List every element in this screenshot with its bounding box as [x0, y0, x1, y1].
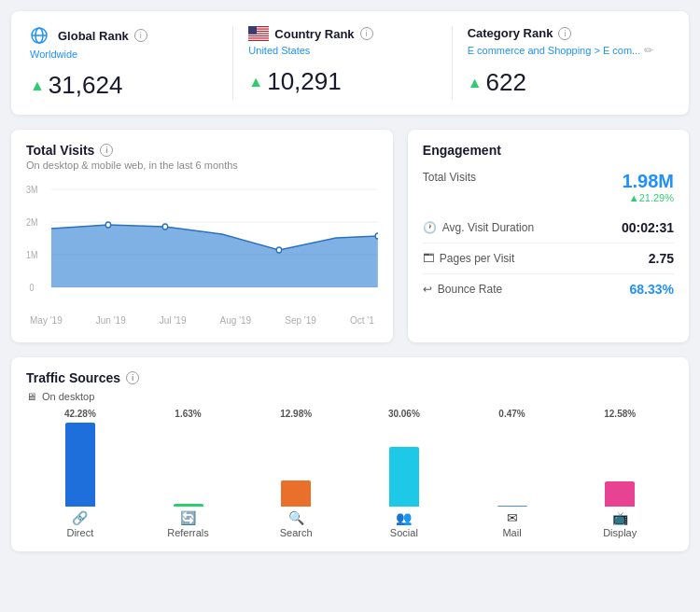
bar-direct-label: Direct [66, 527, 93, 538]
svg-point-23 [375, 233, 378, 239]
global-rank-title: Global Rank [58, 29, 129, 43]
engagement-total-visits-row: Total Visits 1.98M ▲21.29% [423, 171, 674, 203]
traffic-bar-chart: 42.28% 🔗 Direct 1.63% 🔄 Referrals [26, 417, 674, 538]
engagement-bounce-value: 68.33% [630, 282, 674, 297]
traffic-sources-section: Traffic Sources i 🖥 On desktop 42.28% 🔗 … [11, 357, 689, 551]
main-content: Total Visits i On desktop & mobile web, … [11, 130, 689, 342]
engagement-bounce-rate: ↩ Bounce Rate 68.33% [423, 274, 674, 304]
bar-referrals-label: Referrals [167, 527, 209, 538]
country-rank-info[interactable]: i [360, 27, 373, 40]
social-icon: 👥 [396, 510, 412, 525]
bar-referrals-fill [174, 504, 203, 507]
bar-display-label: Display [603, 527, 637, 538]
bar-social: 30.06% 👥 Social [350, 409, 458, 538]
bar-search-label: Search [280, 527, 313, 538]
total-visits-title: Total Visits i [26, 143, 378, 158]
mail-icon: ✉ [507, 510, 518, 525]
clock-icon: 🕐 [423, 221, 437, 234]
bar-direct-fill [65, 423, 95, 507]
referrals-icon: 🔄 [180, 510, 196, 525]
engagement-pages-per-visit: 🗔 Pages per Visit 2.75 [423, 243, 674, 274]
svg-marker-19 [51, 225, 378, 287]
svg-rect-10 [248, 26, 257, 35]
country-rank-arrow: ▲ [248, 74, 263, 90]
traffic-header: Traffic Sources i [26, 370, 674, 387]
global-rank-subtitle: Worldwide [30, 49, 217, 60]
svg-text:0: 0 [30, 283, 35, 294]
pages-icon: 🗔 [423, 252, 434, 265]
flag-icon [248, 26, 269, 41]
bar-referrals: 1.63% 🔄 Referrals [134, 409, 243, 538]
total-visits-section: Total Visits i On desktop & mobile web, … [11, 130, 393, 342]
edit-icon[interactable]: ✏ [644, 44, 653, 57]
direct-icon: 🔗 [72, 510, 88, 525]
bar-direct-percent: 42.28% [64, 409, 96, 419]
country-rank-section: Country Rank i United States ▲ 10,291 [233, 26, 452, 100]
svg-point-22 [276, 247, 281, 253]
svg-text:3M: 3M [26, 185, 38, 196]
global-rank-section: Global Rank i Worldwide ▲ 31,624 [30, 26, 233, 100]
engagement-section: Engagement Total Visits 1.98M ▲21.29% 🕐 … [408, 130, 689, 342]
category-rank-section: Category Rank i E commerce and Shopping … [453, 26, 670, 100]
bar-search-fill [281, 480, 311, 507]
global-rank-info[interactable]: i [134, 29, 147, 42]
engagement-avg-duration: 🕐 Avg. Visit Duration 00:02:31 [423, 213, 674, 243]
svg-point-21 [162, 224, 167, 230]
svg-rect-7 [248, 35, 269, 35]
display-icon: 📺 [612, 510, 628, 525]
bar-mail-fill [497, 506, 527, 507]
engagement-total-visits-value: 1.98M [622, 171, 674, 192]
rank-card: Global Rank i Worldwide ▲ 31,624 [11, 11, 689, 115]
engagement-bounce-label: ↩ Bounce Rate [423, 283, 502, 296]
engagement-avg-duration-value: 00:02:31 [622, 220, 674, 235]
svg-point-20 [105, 222, 110, 228]
bar-display-percent: 12.58% [604, 409, 636, 419]
chart-x-labels: May '19 Jun '19 Jul '19 Aug '19 Sep '19 … [26, 315, 378, 326]
visits-chart-svg: 3M 2M 1M 0 [26, 180, 378, 311]
desktop-icon: 🖥 [26, 391, 36, 402]
engagement-title: Engagement [423, 143, 674, 158]
traffic-info[interactable]: i [126, 371, 139, 384]
bar-direct: 42.28% 🔗 Direct [26, 409, 134, 538]
total-visits-subtitle: On desktop & mobile web, in the last 6 m… [26, 160, 378, 171]
category-rank-subtitle: E commerce and Shopping > E com... ✏ [468, 44, 655, 57]
bar-mail: 0.47% ✉ Mail [458, 409, 567, 538]
engagement-pages-value: 2.75 [649, 251, 674, 266]
bar-display-fill [605, 481, 635, 507]
engagement-total-visits-label: Total Visits [423, 171, 476, 184]
engagement-total-visits-change: ▲21.29% [622, 192, 674, 203]
engagement-pages-label: 🗔 Pages per Visit [423, 252, 515, 265]
page-container: Global Rank i Worldwide ▲ 31,624 [0, 0, 700, 563]
svg-text:1M: 1M [26, 250, 38, 261]
engagement-total-visits-block: 1.98M ▲21.29% [622, 171, 674, 203]
search-icon: 🔍 [288, 510, 304, 525]
country-rank-value: ▲ 10,291 [248, 67, 436, 96]
category-rank-info[interactable]: i [558, 27, 571, 40]
total-visits-info[interactable]: i [100, 144, 113, 157]
svg-rect-9 [248, 39, 269, 40]
category-rank-arrow: ▲ [468, 75, 483, 91]
bounce-icon: ↩ [423, 283, 432, 296]
global-rank-arrow: ▲ [30, 77, 45, 94]
engagement-avg-duration-label: 🕐 Avg. Visit Duration [423, 221, 534, 234]
bar-referrals-percent: 1.63% [175, 409, 201, 419]
traffic-subtitle: 🖥 On desktop [26, 391, 674, 402]
global-rank-value: ▲ 31,624 [30, 71, 217, 100]
bar-mail-percent: 0.47% [498, 409, 525, 419]
svg-rect-8 [248, 36, 269, 37]
category-rank-title: Category Rank [468, 26, 553, 40]
country-rank-title: Country Rank [274, 27, 354, 41]
svg-text:2M: 2M [26, 217, 38, 229]
bar-display: 12.58% 📺 Display [566, 409, 674, 538]
bar-search-percent: 12.98% [280, 409, 312, 419]
globe-icon [30, 26, 49, 45]
bar-mail-label: Mail [502, 527, 521, 538]
total-visits-chart: 3M 2M 1M 0 May '19 Jun '19 [26, 180, 378, 329]
bar-social-label: Social [390, 527, 418, 538]
category-rank-value: ▲ 622 [468, 68, 655, 97]
bar-social-percent: 30.06% [388, 409, 420, 419]
bar-social-fill [389, 447, 419, 507]
bar-search: 12.98% 🔍 Search [242, 409, 350, 538]
country-rank-subtitle: United States [248, 45, 436, 56]
traffic-title: Traffic Sources i [26, 370, 139, 385]
